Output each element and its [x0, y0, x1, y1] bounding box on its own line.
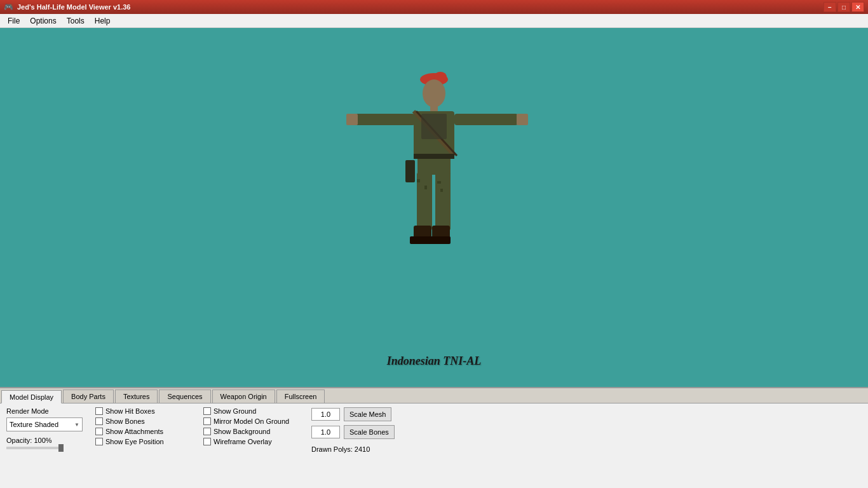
svg-rect-7	[421, 114, 447, 139]
scale-mesh-button[interactable]: Scale Mesh	[344, 407, 391, 421]
titlebar-title: Jed's Half-Life Model Viewer v1.36	[17, 3, 130, 11]
scale-bones-input[interactable]	[311, 426, 340, 438]
checkbox-ground[interactable]	[203, 407, 211, 415]
scale-bones-button[interactable]: Scale Bones	[344, 425, 395, 439]
check-row-eye-position: Show Eye Position	[95, 438, 191, 445]
svg-point-2	[423, 79, 445, 107]
opacity-slider[interactable]	[6, 447, 64, 449]
svg-rect-11	[517, 114, 528, 125]
bottom-panel: Model Display Body Parts Textures Sequen…	[0, 387, 868, 488]
menubar: File Options Tools Help	[0, 14, 868, 28]
svg-rect-18	[410, 236, 431, 244]
render-mode-select[interactable]: Texture Shaded ▼	[6, 417, 83, 431]
svg-rect-13	[414, 154, 454, 159]
menu-file[interactable]: File	[3, 15, 25, 27]
label-background: Show Background	[214, 428, 270, 435]
checkbox-wireframe[interactable]	[203, 438, 211, 445]
checkbox-eye-position[interactable]	[95, 438, 103, 445]
svg-rect-8	[351, 114, 415, 125]
checkbox-background[interactable]	[203, 428, 211, 435]
menu-help[interactable]: Help	[90, 15, 116, 27]
titlebar: 🎮 Jed's Half-Life Model Viewer v1.36 − □…	[0, 0, 868, 14]
label-ground: Show Ground	[214, 407, 256, 415]
opacity-slider-container	[6, 447, 83, 449]
svg-rect-20	[429, 236, 451, 244]
svg-rect-23	[437, 181, 441, 184]
dropdown-arrow-icon: ▼	[74, 422, 79, 428]
drawn-polys-label: Drawn Polys: 2410	[311, 445, 438, 453]
checkbox-hit-boxes[interactable]	[95, 407, 103, 415]
model-label: Indonesian TNI-AL	[387, 355, 482, 368]
tabs-bar: Model Display Body Parts Textures Sequen…	[0, 388, 868, 403]
check-row-attachments: Show Attachments	[95, 428, 191, 435]
check-row-wireframe: Wireframe Overlay	[203, 438, 299, 445]
model-svg	[332, 62, 536, 316]
label-eye-position: Show Eye Position	[105, 438, 164, 445]
label-bones: Show Bones	[105, 417, 145, 425]
label-attachments: Show Attachments	[105, 428, 163, 435]
scale-bones-row: Scale Bones	[311, 425, 438, 439]
checkbox-bones[interactable]	[95, 417, 103, 425]
opacity-thumb	[58, 444, 64, 452]
tab-content: Render Mode Texture Shaded ▼ Opacity: 10…	[0, 403, 868, 457]
svg-rect-14	[405, 160, 415, 182]
checkboxes-col2: Show Ground Mirror Model On Ground Show …	[203, 407, 299, 453]
model-container	[332, 62, 536, 329]
label-hit-boxes: Show Hit Boxes	[105, 407, 155, 415]
minimize-button[interactable]: −	[824, 2, 836, 12]
svg-rect-10	[454, 114, 518, 125]
titlebar-controls: − □ ✕	[824, 2, 864, 12]
label-wireframe: Wireframe Overlay	[214, 438, 272, 445]
check-row-bones: Show Bones	[95, 417, 191, 425]
scale-mesh-input[interactable]	[311, 408, 340, 421]
menu-options[interactable]: Options	[25, 15, 61, 27]
checkboxes-col1: Show Hit Boxes Show Bones Show Attachmen…	[95, 407, 191, 453]
close-button[interactable]: ✕	[851, 2, 864, 12]
tab-weapon-origin[interactable]: Weapon Origin	[212, 390, 275, 403]
maximize-button[interactable]: □	[837, 2, 850, 12]
svg-rect-21	[417, 179, 420, 182]
render-mode-value: Texture Shaded	[10, 421, 74, 428]
viewport: Indonesian TNI-AL	[0, 28, 868, 387]
tab-fullscreen[interactable]: Fullscreen	[276, 390, 325, 403]
svg-rect-9	[346, 114, 358, 125]
app-icon-small: 🎮	[4, 3, 13, 11]
opacity-label: Opacity: 100%	[6, 437, 83, 444]
svg-rect-22	[424, 186, 427, 189]
check-row-background: Show Background	[203, 428, 299, 435]
check-row-ground: Show Ground	[203, 407, 299, 415]
checkbox-attachments[interactable]	[95, 428, 103, 435]
checkbox-mirror-ground[interactable]	[203, 417, 211, 425]
tab-model-display[interactable]: Model Display	[1, 390, 62, 403]
label-mirror-ground: Mirror Model On Ground	[214, 417, 289, 425]
svg-rect-3	[430, 105, 438, 111]
render-mode-column: Render Mode Texture Shaded ▼ Opacity: 10…	[6, 407, 83, 453]
svg-rect-24	[440, 189, 443, 192]
check-row-hit-boxes: Show Hit Boxes	[95, 407, 191, 415]
check-row-mirror-ground: Mirror Model On Ground	[203, 417, 299, 425]
menu-tools[interactable]: Tools	[62, 15, 90, 27]
tab-textures[interactable]: Textures	[115, 390, 158, 403]
tab-body-parts[interactable]: Body Parts	[63, 390, 114, 403]
scale-mesh-row: Scale Mesh	[311, 407, 438, 421]
scale-column: Scale Mesh Scale Bones Drawn Polys: 2410	[311, 407, 438, 453]
render-mode-label: Render Mode	[6, 407, 83, 415]
titlebar-left: 🎮 Jed's Half-Life Model Viewer v1.36	[4, 3, 130, 11]
tab-sequences[interactable]: Sequences	[159, 390, 210, 403]
